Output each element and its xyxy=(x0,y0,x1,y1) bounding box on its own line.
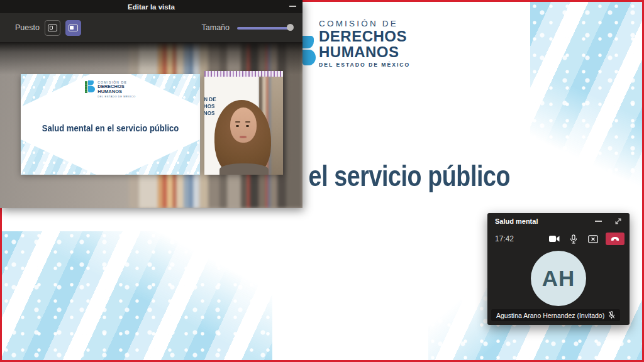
textile-pattern xyxy=(204,71,283,77)
background-slide-title: n el servicio público xyxy=(288,158,510,193)
edit-view-panel: Editar la vista Puesto Tamaño xyxy=(0,0,303,208)
meeting-controls: 17:42 xyxy=(495,232,625,246)
hangup-icon[interactable] xyxy=(606,233,625,245)
slide-logo: COMISIÓN DE DERECHOS HUMANOS DEL ESTADO … xyxy=(21,80,200,98)
participant-eye xyxy=(236,125,239,127)
participant-eye xyxy=(246,125,249,127)
slide-preview: COMISIÓN DE DERECHOS HUMANOS DEL ESTADO … xyxy=(21,74,200,175)
expand-icon[interactable] xyxy=(614,217,622,225)
panel-titlebar: Editar la vista xyxy=(0,0,303,13)
banner-partial-text: ÓN DE CHOS ANOS xyxy=(204,96,216,117)
slide-logo-blue-icon xyxy=(88,80,95,98)
participant-video-preview: ÓN DE CHOS ANOS xyxy=(204,71,283,175)
avatar: AH xyxy=(531,251,586,306)
layout-filled-left-icon xyxy=(69,25,78,31)
screen: COMISIÓN DE DERECHOS HUMANOS DEL ESTADO … xyxy=(0,0,644,362)
meeting-title: Salud mental xyxy=(495,217,538,225)
talavera-ornament-top-right xyxy=(530,2,642,209)
brand-line2: DERECHOS xyxy=(319,28,410,44)
stop-share-icon[interactable] xyxy=(586,233,600,244)
minimize-icon[interactable] xyxy=(289,6,296,7)
brand-line4: DEL ESTADO DE MÉXICO xyxy=(319,62,410,68)
meeting-window: Salud mental 17:42 xyxy=(487,213,630,325)
slide-ornament xyxy=(125,140,200,175)
participant-lips xyxy=(240,136,247,138)
slider-thumb[interactable] xyxy=(287,24,294,31)
participant-torso xyxy=(219,163,269,175)
brand-line3: HUMANOS xyxy=(319,44,410,60)
camera-icon[interactable] xyxy=(547,233,561,244)
slide-logo-green-icon xyxy=(85,81,87,93)
layout-split-icon xyxy=(48,25,57,31)
slide-logo-line3: HUMANOS xyxy=(97,89,135,94)
brand-logo: COMISIÓN DE DERECHOS HUMANOS DEL ESTADO … xyxy=(303,19,410,68)
size-slider[interactable] xyxy=(237,24,292,31)
size-label: Tamaño xyxy=(202,23,230,32)
slider-track xyxy=(237,27,292,30)
meeting-timer: 17:42 xyxy=(495,234,514,243)
slide-logo-line4: DEL ESTADO DE MÉXICO xyxy=(97,95,135,98)
avatar-initials: AH xyxy=(542,266,575,291)
mic-muted-icon xyxy=(608,311,615,319)
layout-preview-area: COMISIÓN DE DERECHOS HUMANOS DEL ESTADO … xyxy=(0,42,303,208)
slide-title: Salud mental en el servicio público xyxy=(30,123,191,133)
layout-option-filled-button[interactable] xyxy=(65,20,81,36)
position-label: Puesto xyxy=(15,23,40,32)
participant-name-badge: Agustina Arano Hernandez (Invitado) xyxy=(491,309,620,321)
participant-brow xyxy=(235,121,240,123)
brand-logo-icon xyxy=(303,36,316,68)
participant-brow xyxy=(245,121,250,123)
slide-ornament xyxy=(21,140,96,175)
panel-title: Editar la vista xyxy=(128,3,175,11)
talavera-ornament-bottom-left xyxy=(2,231,272,360)
minimize-icon[interactable] xyxy=(595,221,602,222)
participant-name: Agustina Arano Hernandez (Invitado) xyxy=(496,312,604,319)
panel-toolbar: Puesto Tamaño xyxy=(0,13,303,42)
mic-icon[interactable] xyxy=(567,233,580,244)
layout-option-split-button[interactable] xyxy=(45,20,60,36)
meeting-titlebar: Salud mental xyxy=(487,213,630,229)
brand-line1: COMISIÓN DE xyxy=(319,19,410,28)
